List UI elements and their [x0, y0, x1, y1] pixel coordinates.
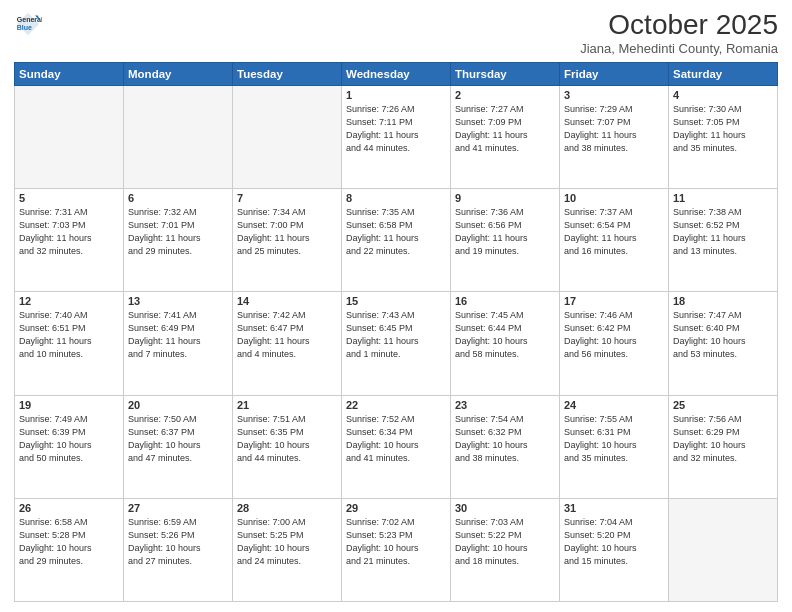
header: General Blue October 2025 Jiana, Mehedin…: [14, 10, 778, 56]
day-number: 10: [564, 192, 664, 204]
calendar-cell: 5Sunrise: 7:31 AMSunset: 7:03 PMDaylight…: [15, 189, 124, 292]
calendar-cell: 17Sunrise: 7:46 AMSunset: 6:42 PMDayligh…: [560, 292, 669, 395]
day-info: Sunrise: 7:02 AMSunset: 5:23 PMDaylight:…: [346, 516, 446, 568]
day-number: 13: [128, 295, 228, 307]
day-number: 28: [237, 502, 337, 514]
day-info: Sunrise: 6:59 AMSunset: 5:26 PMDaylight:…: [128, 516, 228, 568]
calendar-cell: 30Sunrise: 7:03 AMSunset: 5:22 PMDayligh…: [451, 498, 560, 601]
calendar-cell: 6Sunrise: 7:32 AMSunset: 7:01 PMDaylight…: [124, 189, 233, 292]
day-number: 8: [346, 192, 446, 204]
calendar-cell: 8Sunrise: 7:35 AMSunset: 6:58 PMDaylight…: [342, 189, 451, 292]
calendar-cell: 24Sunrise: 7:55 AMSunset: 6:31 PMDayligh…: [560, 395, 669, 498]
calendar-week-row-4: 26Sunrise: 6:58 AMSunset: 5:28 PMDayligh…: [15, 498, 778, 601]
logo-icon: General Blue: [14, 10, 42, 38]
day-info: Sunrise: 7:30 AMSunset: 7:05 PMDaylight:…: [673, 103, 773, 155]
day-info: Sunrise: 7:27 AMSunset: 7:09 PMDaylight:…: [455, 103, 555, 155]
day-info: Sunrise: 7:35 AMSunset: 6:58 PMDaylight:…: [346, 206, 446, 258]
day-number: 2: [455, 89, 555, 101]
day-info: Sunrise: 7:42 AMSunset: 6:47 PMDaylight:…: [237, 309, 337, 361]
day-number: 23: [455, 399, 555, 411]
day-number: 29: [346, 502, 446, 514]
calendar-cell: 3Sunrise: 7:29 AMSunset: 7:07 PMDaylight…: [560, 85, 669, 188]
calendar-table: Sunday Monday Tuesday Wednesday Thursday…: [14, 62, 778, 602]
calendar-week-row-3: 19Sunrise: 7:49 AMSunset: 6:39 PMDayligh…: [15, 395, 778, 498]
header-tuesday: Tuesday: [233, 62, 342, 85]
day-number: 16: [455, 295, 555, 307]
calendar-cell: 11Sunrise: 7:38 AMSunset: 6:52 PMDayligh…: [669, 189, 778, 292]
calendar-cell: 18Sunrise: 7:47 AMSunset: 6:40 PMDayligh…: [669, 292, 778, 395]
day-info: Sunrise: 7:04 AMSunset: 5:20 PMDaylight:…: [564, 516, 664, 568]
day-number: 14: [237, 295, 337, 307]
calendar-cell: 9Sunrise: 7:36 AMSunset: 6:56 PMDaylight…: [451, 189, 560, 292]
day-number: 26: [19, 502, 119, 514]
day-number: 24: [564, 399, 664, 411]
day-number: 18: [673, 295, 773, 307]
calendar-cell: 14Sunrise: 7:42 AMSunset: 6:47 PMDayligh…: [233, 292, 342, 395]
day-info: Sunrise: 7:29 AMSunset: 7:07 PMDaylight:…: [564, 103, 664, 155]
day-info: Sunrise: 7:26 AMSunset: 7:11 PMDaylight:…: [346, 103, 446, 155]
calendar-cell: 4Sunrise: 7:30 AMSunset: 7:05 PMDaylight…: [669, 85, 778, 188]
day-number: 1: [346, 89, 446, 101]
calendar-week-row-1: 5Sunrise: 7:31 AMSunset: 7:03 PMDaylight…: [15, 189, 778, 292]
day-number: 30: [455, 502, 555, 514]
calendar-cell: 13Sunrise: 7:41 AMSunset: 6:49 PMDayligh…: [124, 292, 233, 395]
calendar-cell: [15, 85, 124, 188]
calendar-cell: 31Sunrise: 7:04 AMSunset: 5:20 PMDayligh…: [560, 498, 669, 601]
calendar-cell: [124, 85, 233, 188]
calendar-cell: 12Sunrise: 7:40 AMSunset: 6:51 PMDayligh…: [15, 292, 124, 395]
day-info: Sunrise: 7:37 AMSunset: 6:54 PMDaylight:…: [564, 206, 664, 258]
logo: General Blue: [14, 10, 42, 38]
calendar-week-row-2: 12Sunrise: 7:40 AMSunset: 6:51 PMDayligh…: [15, 292, 778, 395]
calendar-cell: 21Sunrise: 7:51 AMSunset: 6:35 PMDayligh…: [233, 395, 342, 498]
day-info: Sunrise: 7:41 AMSunset: 6:49 PMDaylight:…: [128, 309, 228, 361]
calendar-cell: 26Sunrise: 6:58 AMSunset: 5:28 PMDayligh…: [15, 498, 124, 601]
calendar-cell: 27Sunrise: 6:59 AMSunset: 5:26 PMDayligh…: [124, 498, 233, 601]
day-info: Sunrise: 7:47 AMSunset: 6:40 PMDaylight:…: [673, 309, 773, 361]
day-number: 4: [673, 89, 773, 101]
header-saturday: Saturday: [669, 62, 778, 85]
header-friday: Friday: [560, 62, 669, 85]
day-info: Sunrise: 7:34 AMSunset: 7:00 PMDaylight:…: [237, 206, 337, 258]
svg-text:Blue: Blue: [17, 24, 32, 31]
calendar-cell: 22Sunrise: 7:52 AMSunset: 6:34 PMDayligh…: [342, 395, 451, 498]
day-number: 5: [19, 192, 119, 204]
day-info: Sunrise: 7:00 AMSunset: 5:25 PMDaylight:…: [237, 516, 337, 568]
calendar-week-row-0: 1Sunrise: 7:26 AMSunset: 7:11 PMDaylight…: [15, 85, 778, 188]
header-thursday: Thursday: [451, 62, 560, 85]
day-info: Sunrise: 7:49 AMSunset: 6:39 PMDaylight:…: [19, 413, 119, 465]
day-number: 7: [237, 192, 337, 204]
month-title: October 2025: [580, 10, 778, 41]
calendar-cell: 23Sunrise: 7:54 AMSunset: 6:32 PMDayligh…: [451, 395, 560, 498]
day-info: Sunrise: 7:52 AMSunset: 6:34 PMDaylight:…: [346, 413, 446, 465]
header-wednesday: Wednesday: [342, 62, 451, 85]
calendar-cell: 19Sunrise: 7:49 AMSunset: 6:39 PMDayligh…: [15, 395, 124, 498]
calendar-cell: 29Sunrise: 7:02 AMSunset: 5:23 PMDayligh…: [342, 498, 451, 601]
day-info: Sunrise: 7:36 AMSunset: 6:56 PMDaylight:…: [455, 206, 555, 258]
day-number: 19: [19, 399, 119, 411]
calendar-cell: 16Sunrise: 7:45 AMSunset: 6:44 PMDayligh…: [451, 292, 560, 395]
header-monday: Monday: [124, 62, 233, 85]
calendar-cell: 25Sunrise: 7:56 AMSunset: 6:29 PMDayligh…: [669, 395, 778, 498]
calendar-cell: 28Sunrise: 7:00 AMSunset: 5:25 PMDayligh…: [233, 498, 342, 601]
day-number: 31: [564, 502, 664, 514]
calendar-cell: [669, 498, 778, 601]
day-number: 27: [128, 502, 228, 514]
calendar-cell: 1Sunrise: 7:26 AMSunset: 7:11 PMDaylight…: [342, 85, 451, 188]
calendar-cell: 15Sunrise: 7:43 AMSunset: 6:45 PMDayligh…: [342, 292, 451, 395]
day-number: 22: [346, 399, 446, 411]
day-info: Sunrise: 7:46 AMSunset: 6:42 PMDaylight:…: [564, 309, 664, 361]
day-info: Sunrise: 7:03 AMSunset: 5:22 PMDaylight:…: [455, 516, 555, 568]
day-number: 3: [564, 89, 664, 101]
calendar-cell: 7Sunrise: 7:34 AMSunset: 7:00 PMDaylight…: [233, 189, 342, 292]
day-info: Sunrise: 7:50 AMSunset: 6:37 PMDaylight:…: [128, 413, 228, 465]
day-info: Sunrise: 7:45 AMSunset: 6:44 PMDaylight:…: [455, 309, 555, 361]
day-number: 9: [455, 192, 555, 204]
day-info: Sunrise: 7:40 AMSunset: 6:51 PMDaylight:…: [19, 309, 119, 361]
weekday-header-row: Sunday Monday Tuesday Wednesday Thursday…: [15, 62, 778, 85]
day-number: 25: [673, 399, 773, 411]
day-info: Sunrise: 7:38 AMSunset: 6:52 PMDaylight:…: [673, 206, 773, 258]
day-number: 21: [237, 399, 337, 411]
location: Jiana, Mehedinti County, Romania: [580, 41, 778, 56]
day-number: 6: [128, 192, 228, 204]
day-number: 11: [673, 192, 773, 204]
